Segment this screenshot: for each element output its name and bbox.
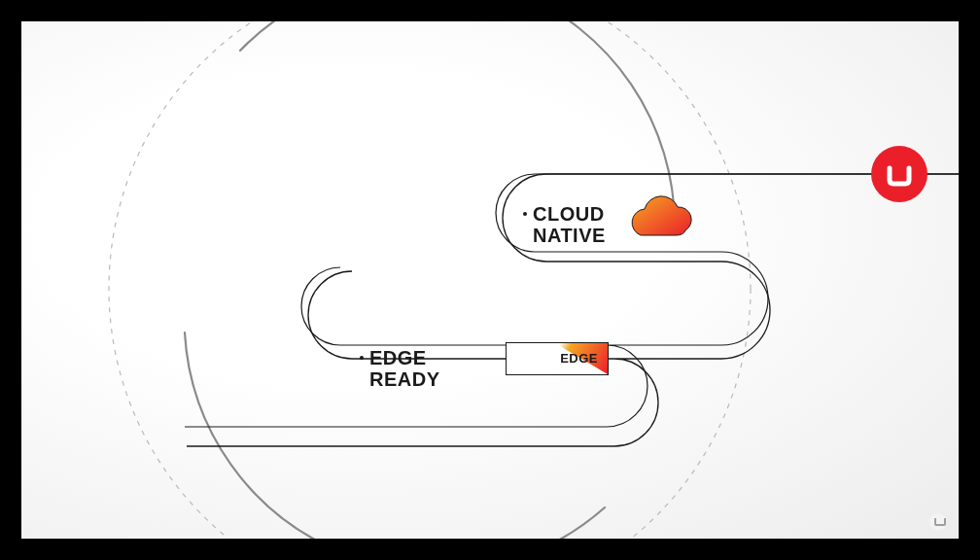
cloud-native-line2: NATIVE — [533, 225, 606, 246]
edge-badge: EDGE — [506, 342, 609, 375]
outer-dashed-circle — [109, 21, 751, 539]
edge-ready-line1: EDGE — [369, 347, 427, 368]
label-edge-ready: EDGE READY — [360, 347, 440, 390]
label-cloud-native: CLOUD NATIVE — [523, 203, 606, 246]
brand-logo — [871, 146, 928, 202]
cloud-icon — [632, 196, 691, 235]
edge-ready-line2: READY — [369, 368, 440, 390]
edge-badge-text: EDGE — [560, 351, 598, 366]
cloud-native-line1: CLOUD — [533, 203, 605, 225]
diagram-svg — [21, 21, 959, 539]
couchbase-icon — [886, 160, 913, 188]
arc-top — [240, 21, 675, 226]
corner-watermark — [929, 513, 947, 531]
diagram-frame: CLOUD NATIVE EDGE READY EDGE — [21, 21, 959, 539]
